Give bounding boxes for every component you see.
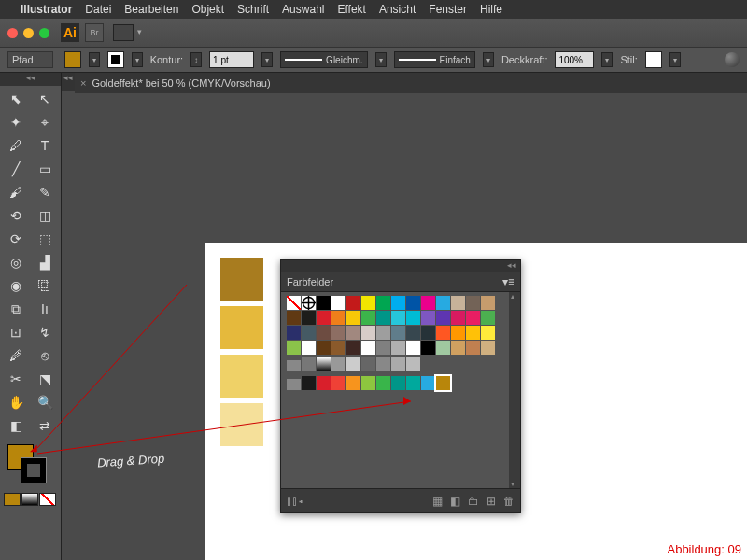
swatch-1[interactable] (302, 296, 316, 310)
swatch-12[interactable] (466, 296, 480, 310)
stroke-dd[interactable]: ▾ (132, 52, 143, 67)
swatch-0[interactable] (287, 296, 301, 310)
group-swatch-9[interactable] (436, 376, 450, 390)
grey2[interactable] (331, 357, 345, 371)
bridge-button[interactable]: Br (85, 23, 104, 42)
close-tab-icon[interactable]: × (80, 77, 86, 89)
grey5[interactable] (376, 357, 390, 371)
group-swatch-0[interactable] (302, 376, 316, 390)
arrange-docs-button[interactable] (113, 24, 134, 41)
swatch-22[interactable] (406, 311, 420, 325)
new-group-icon[interactable]: 🗀 (468, 495, 479, 508)
tool-29[interactable]: ⇄ (31, 414, 59, 437)
app-name[interactable]: Illustrator (21, 3, 72, 16)
show-kinds-icon[interactable]: ▦ (432, 495, 443, 508)
stroke-swatch[interactable] (107, 51, 124, 68)
menu-schrift[interactable]: Schrift (237, 3, 269, 16)
grey7[interactable] (406, 357, 420, 371)
menu-datei[interactable]: Datei (85, 3, 111, 16)
swatch-options-icon[interactable]: ◧ (450, 495, 460, 508)
group-swatch-7[interactable] (406, 376, 420, 390)
swatch-49[interactable] (391, 341, 405, 355)
close-button[interactable] (7, 28, 18, 38)
tool-12[interactable]: ⟳ (2, 228, 30, 250)
mode-color[interactable] (4, 493, 21, 506)
delete-swatch-icon[interactable]: 🗑 (503, 495, 514, 508)
swatch-6[interactable] (376, 296, 390, 310)
swatch-17[interactable] (331, 311, 345, 325)
panel-scrollbar[interactable] (509, 292, 520, 488)
swatch-19[interactable] (361, 311, 375, 325)
tool-24[interactable]: ✂ (2, 368, 30, 390)
tool-15[interactable]: ▟ (31, 251, 59, 273)
tool-19[interactable]: Iı (31, 298, 59, 320)
swatch-42[interactable] (287, 341, 301, 355)
swatch-23[interactable] (421, 311, 435, 325)
panel-header[interactable]: Farbfelder ▾≡ (281, 272, 520, 292)
doc-handle[interactable]: ◂◂ (62, 73, 75, 91)
tool-16[interactable]: ◉ (2, 274, 30, 297)
grey-group[interactable] (302, 357, 316, 371)
swatch-lib-icon[interactable]: ⫿⫿◂ (287, 495, 303, 508)
stroke-weight[interactable]: 1 pt (209, 51, 254, 68)
tool-25[interactable]: ⬔ (31, 368, 59, 390)
swatch-38[interactable] (436, 326, 450, 340)
swatch-24[interactable] (436, 311, 450, 325)
menu-fenster[interactable]: Fenster (429, 3, 467, 16)
swatch-27[interactable] (481, 311, 495, 325)
opacity-dd[interactable]: ▾ (601, 52, 613, 67)
fill-stroke-control[interactable]: ◢ (4, 442, 57, 489)
tool-21[interactable]: ↯ (31, 321, 59, 343)
folder-icon[interactable] (287, 379, 301, 390)
tool-18[interactable]: ⧉ (2, 298, 30, 320)
swatch-5[interactable] (361, 296, 375, 310)
swatch-10[interactable] (436, 296, 450, 310)
swatch-51[interactable] (421, 341, 435, 355)
tool-0[interactable]: ⬉ (2, 88, 30, 110)
grey3[interactable] (346, 357, 360, 371)
swatch-35[interactable] (391, 326, 405, 340)
brush-dd[interactable]: ▾ (483, 52, 494, 67)
swatch-33[interactable] (361, 326, 375, 340)
grey4[interactable] (361, 357, 375, 371)
swatch-32[interactable] (346, 326, 360, 340)
panel-menu-icon[interactable]: ▾≡ (502, 275, 514, 288)
opacity-input[interactable]: 100% (555, 51, 594, 68)
tool-10[interactable]: ⟲ (2, 204, 30, 227)
swatch-26[interactable] (466, 311, 480, 325)
stroke-profile[interactable]: Gleichm. (280, 51, 367, 68)
tool-2[interactable]: ✦ (2, 111, 30, 133)
menu-ansicht[interactable]: Ansicht (379, 3, 416, 16)
zoom-button[interactable] (39, 28, 49, 38)
swatch-16[interactable] (317, 311, 331, 325)
tool-8[interactable]: 🖌 (2, 181, 30, 203)
brush-def[interactable]: Einfach (394, 51, 475, 68)
gold-swatch-2[interactable] (220, 355, 263, 398)
swatch-18[interactable] (346, 311, 360, 325)
tool-3[interactable]: ⌖ (31, 111, 59, 133)
menu-effekt[interactable]: Effekt (337, 3, 365, 16)
tool-28[interactable]: ◧ (2, 414, 30, 437)
menu-objekt[interactable]: Objekt (191, 3, 224, 16)
gold-swatch-3[interactable] (220, 403, 263, 446)
swatch-14[interactable] (287, 311, 301, 325)
swatch-40[interactable] (466, 326, 480, 340)
group-swatch-2[interactable] (331, 376, 345, 390)
stroke-color[interactable] (21, 457, 47, 483)
swatch-29[interactable] (302, 326, 316, 340)
swatch-21[interactable] (391, 311, 405, 325)
swatch-11[interactable] (451, 296, 465, 310)
tool-20[interactable]: ⊡ (2, 321, 30, 343)
style-swatch[interactable] (645, 51, 662, 68)
panel-collapse[interactable]: ◂◂ (281, 260, 520, 272)
group-swatch-3[interactable] (346, 376, 360, 390)
tool-7[interactable]: ▭ (31, 158, 59, 180)
swatch-52[interactable] (436, 341, 450, 355)
tool-9[interactable]: ✎ (31, 181, 59, 203)
style-dd[interactable]: ▾ (669, 52, 681, 67)
profile-dd[interactable]: ▾ (375, 52, 387, 67)
swatch-25[interactable] (451, 311, 465, 325)
tool-4[interactable]: 🖊 (2, 134, 30, 157)
tools-handle[interactable]: ◂◂ (0, 73, 61, 86)
swatch-37[interactable] (421, 326, 435, 340)
